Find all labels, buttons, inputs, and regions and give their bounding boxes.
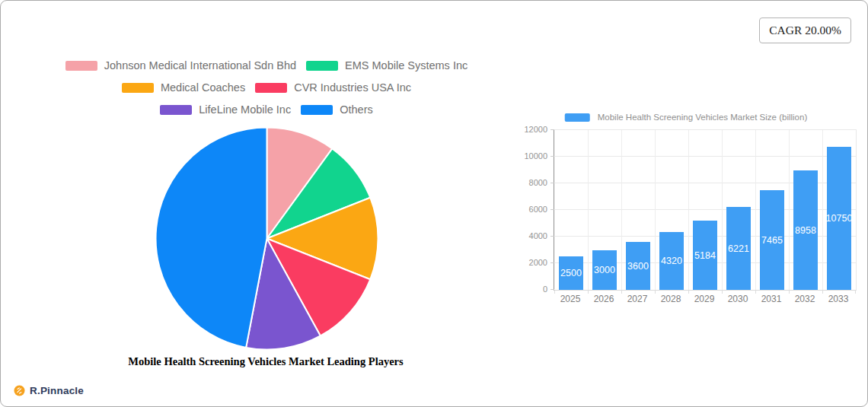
gridline-vertical — [722, 130, 723, 290]
bar-legend-label: Mobile Health Screening Vehicles Market … — [598, 113, 808, 122]
y-axis-tick-label: 6000 — [509, 204, 547, 215]
legend-item-ems-mobile-systems-inc[interactable]: EMS Mobile Systems Inc — [306, 59, 468, 72]
y-axis-tick — [550, 236, 554, 237]
gridline-vertical — [822, 130, 823, 290]
cagr-label: CAGR 20.00% — [769, 24, 841, 37]
legend-label: Medical Coaches — [161, 81, 245, 94]
pie-legend: Johnson Medical International Sdn BhdEMS… — [0, 57, 533, 118]
y-axis: 020004000600080001000012000 — [509, 129, 547, 289]
legend-item-medical-coaches[interactable]: Medical Coaches — [122, 81, 245, 94]
bar-plot-area: 2500300036004320518462217465895810750 — [554, 129, 857, 291]
legend-swatch — [122, 83, 154, 93]
bar-value-label: 4320 — [655, 256, 688, 266]
gridline-vertical — [755, 130, 756, 290]
bar-legend-item[interactable]: Mobile Health Screening Vehicles Market … — [565, 113, 808, 122]
legend-label: Johnson Medical International Sdn Bhd — [104, 59, 296, 72]
brand-logo: R.Pinnacle — [14, 385, 84, 396]
bar-value-label: 5184 — [688, 250, 722, 261]
bar-chart: Mobile Health Screening Vehicles Market … — [554, 113, 855, 307]
legend-item-cvr-industries-usa-inc[interactable]: CVR Industries USA Inc — [255, 81, 411, 94]
y-axis-tick — [550, 156, 554, 157]
gridline-vertical — [789, 130, 790, 290]
pie-chart-title: Mobile Health Screening Vehicles Market … — [75, 355, 456, 368]
x-axis: 202520262027202820292030203120322033 — [554, 294, 855, 306]
legend-swatch — [306, 61, 338, 71]
x-axis-tick — [855, 290, 856, 294]
y-axis-tick-label: 4000 — [509, 231, 547, 241]
gridline-vertical — [688, 130, 689, 290]
cagr-badge: CAGR 20.00% — [759, 17, 851, 43]
legend-swatch — [160, 105, 192, 115]
bar-value-label: 8958 — [789, 225, 822, 236]
x-axis-tick-label: 2028 — [654, 294, 688, 304]
bar-value-label: 2500 — [554, 268, 588, 278]
legend-swatch — [301, 105, 333, 115]
x-axis-tick-label: 2032 — [788, 294, 822, 304]
y-axis-tick — [550, 209, 554, 210]
legend-item-others[interactable]: Others — [301, 103, 373, 116]
legend-label: Others — [340, 103, 373, 116]
y-axis-tick-label: 12000 — [509, 124, 547, 135]
x-axis-tick-label: 2030 — [721, 294, 755, 304]
x-axis-tick-label: 2026 — [587, 294, 621, 304]
bar-value-label: 10750 — [822, 213, 856, 224]
pie-legend-row: Johnson Medical International Sdn BhdEMS… — [65, 57, 468, 74]
legend-label: CVR Industries USA Inc — [294, 81, 411, 94]
x-axis-tick-label: 2031 — [755, 294, 788, 304]
bar-value-label: 6221 — [722, 243, 755, 254]
pie-chart — [154, 126, 380, 351]
legend-item-lifeline-mobile-inc[interactable]: LifeLine Mobile Inc — [160, 103, 291, 116]
pie-chart-svg — [154, 126, 380, 351]
legend-label: LifeLine Mobile Inc — [199, 103, 291, 116]
y-axis-tick — [550, 183, 554, 183]
legend-swatch — [255, 83, 287, 93]
legend-label: EMS Mobile Systems Inc — [345, 59, 468, 72]
gridline-horizontal — [554, 156, 856, 157]
pie-legend-row: LifeLine Mobile IncOthers — [160, 101, 372, 118]
bar-value-label: 7465 — [755, 235, 789, 246]
y-axis-tick-label: 8000 — [509, 177, 547, 188]
pinnacle-logo-icon — [14, 385, 25, 396]
brand-name: R.Pinnacle — [30, 385, 84, 396]
pie-slice-others — [156, 128, 267, 348]
y-axis-tick-label: 2000 — [509, 257, 547, 268]
legend-item-johnson-medical-international-sdn-bhd[interactable]: Johnson Medical International Sdn Bhd — [65, 59, 296, 72]
report-canvas: CAGR 20.00% Johnson Medical Internationa… — [0, 0, 868, 407]
y-axis-tick-label: 0 — [509, 284, 547, 294]
y-axis-tick — [550, 129, 554, 130]
legend-swatch — [65, 61, 97, 71]
bar-value-label: 3000 — [588, 265, 621, 275]
x-axis-tick-label: 2033 — [822, 294, 855, 304]
y-axis-tick — [550, 262, 554, 263]
y-axis-tick-label: 10000 — [509, 151, 547, 161]
pie-legend-row: Medical CoachesCVR Industries USA Inc — [122, 79, 411, 96]
bar-legend-swatch — [565, 113, 590, 122]
x-axis-tick-label: 2027 — [621, 294, 654, 304]
x-axis-tick-label: 2029 — [688, 294, 721, 304]
bar-value-label: 3600 — [621, 261, 655, 272]
x-axis-tick-label: 2025 — [554, 294, 587, 304]
